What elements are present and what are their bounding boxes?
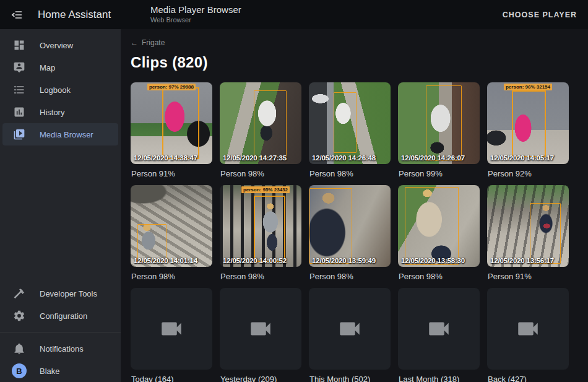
clip-thumbnail: 12/05/2020 13:59:49 [309,185,391,267]
video-icon [337,316,363,342]
view-dashboard-icon [12,38,26,52]
clip-timestamp: 12/05/2020 14:01:14 [134,257,197,264]
clip-timestamp: 12/05/2020 13:58:30 [401,257,465,264]
folder-card-today[interactable]: Today (164) [131,288,212,382]
sidebar-item-label: History [40,108,64,117]
sidebar-item-configuration[interactable]: Configuration [2,305,118,327]
sidebar-item-media-browser[interactable]: Media Browser [2,123,118,145]
clip-timestamp: 12/05/2020 14:00:52 [223,257,287,264]
sidebar-item-label: Map [40,63,55,72]
folder-thumbnail [309,288,391,370]
detection-box [254,90,287,157]
detection-box [512,90,546,157]
menu-toggle-icon [11,9,23,21]
detection-box [137,224,167,262]
choose-player-button[interactable]: CHOOSE PLAYER [503,11,588,19]
sidebar: Overview Map Logbook History [0,29,121,382]
clip-thumbnail: 12/05/2020 14:26:48 [309,82,391,164]
sidebar-item-logbook[interactable]: Logbook [2,79,118,101]
tooltip-account-icon [12,61,26,74]
sidebar-item-history[interactable]: History [2,101,118,123]
detection-box [254,196,285,262]
app-window: Home Assistant Media Player Browser Web … [0,0,588,382]
sidebar-spacer [0,145,121,282]
sidebar-item-label: Logbook [40,85,71,95]
media-player-title: Media Player Browser [150,4,241,15]
clip-timestamp: 12/05/2020 14:26:48 [312,154,376,162]
detection-label: person: 97% 29988 [147,84,196,90]
folder-thumbnail [398,288,480,370]
clip-thumbnail: 12/05/2020 14:26:07 [398,82,480,164]
page-title: Clips (820) [131,54,588,71]
folder-label: Back (427) [488,375,569,382]
detection-box [309,188,352,263]
sidebar-item-user[interactable]: B Blake [2,360,118,382]
clip-card[interactable]: person: 96% 32154 12/05/2020 14:05:17 Pe… [487,82,569,185]
user-name: Blake [40,367,60,376]
folder-label: Yesterday (209) [220,375,301,382]
clip-label: Person 98% [399,272,480,281]
clip-timestamp: 12/05/2020 13:59:49 [312,257,376,264]
folder-card-back[interactable]: Back (427) [487,288,569,382]
sidebar-item-notifications[interactable]: Notifications [2,337,118,360]
clip-label: Person 99% [399,169,480,178]
sidebar-divider [0,332,121,332]
detection-box [405,187,459,266]
sidebar-item-label: Developer Tools [40,289,97,298]
format-list-bulleted-icon [12,83,26,97]
detection-box [530,203,561,264]
clip-thumbnail: 12/05/2020 13:58:30 [398,185,480,267]
clip-timestamp: 12/05/2020 14:38:47 [134,154,197,162]
sidebar-item-developer-tools[interactable]: Developer Tools [2,282,118,305]
sidebar-toggle-button[interactable] [9,7,24,22]
top-bar: Home Assistant Media Player Browser Web … [0,0,588,29]
clip-label: Person 98% [220,272,301,281]
clip-card[interactable]: 12/05/2020 14:27:35 Person 98% [220,82,301,185]
hammer-icon [12,287,26,300]
detection-label: person: 95% 23432 [241,186,290,193]
folder-label: This Month (502) [309,375,391,382]
folder-thumbnail [220,288,301,370]
clip-thumbnail: 12/05/2020 14:01:14 [131,185,212,267]
clip-timestamp: 12/05/2020 14:27:35 [223,154,287,162]
clip-timestamp: 12/05/2020 14:05:17 [490,154,554,162]
clip-label: Person 91% [131,169,212,178]
detection-box [426,85,462,160]
back-arrow-icon: ← [131,38,138,47]
breadcrumb-back-frigate[interactable]: ← Frigate [131,38,165,47]
clip-thumbnail: person: 95% 23432 12/05/2020 14:00:52 [220,185,301,267]
topbar-left: Home Assistant [0,7,121,22]
clip-timestamp: 12/05/2020 13:56:17 [490,257,554,264]
clips-grid: person: 97% 29988 12/05/2020 14:38:47 Pe… [131,82,588,382]
clip-card[interactable]: person: 95% 23432 12/05/2020 14:00:52 Pe… [220,185,301,288]
app-title: Home Assistant [38,9,111,21]
folder-thumbnail [487,288,569,370]
clip-card[interactable]: 12/05/2020 14:01:14 Person 98% [131,185,212,288]
clip-card[interactable]: 12/05/2020 13:56:17 Person 91% [487,185,569,288]
sidebar-item-label: Notifications [40,344,84,354]
detection-label: person: 96% 32154 [504,84,552,90]
detection-box [162,87,199,159]
sidebar-item-map[interactable]: Map [2,56,118,79]
folder-card-this-month[interactable]: This Month (502) [309,288,391,382]
folder-card-yesterday[interactable]: Yesterday (209) [220,288,301,382]
sidebar-item-label: Overview [40,41,73,50]
folder-label: Last Month (318) [399,375,480,382]
play-box-multiple-icon [12,128,26,141]
clip-card[interactable]: 12/05/2020 14:26:07 Person 99% [398,82,480,185]
clip-card[interactable]: 12/05/2020 13:59:49 Person 98% [309,185,391,288]
video-icon [426,316,452,342]
clip-card[interactable]: 12/05/2020 13:58:30 Person 98% [398,185,480,288]
clip-label: Person 98% [131,272,212,281]
detection-box [334,92,357,153]
video-icon [158,316,184,342]
folder-card-last-month[interactable]: Last Month (318) [398,288,480,382]
clip-thumbnail: person: 96% 32154 12/05/2020 14:05:17 [487,82,569,164]
sidebar-item-overview[interactable]: Overview [2,34,118,56]
folder-thumbnail [131,288,212,370]
media-player-header: Media Player Browser Web Browser [150,4,241,24]
gear-icon [12,309,26,323]
clip-card[interactable]: 12/05/2020 14:26:48 Person 98% [309,82,391,185]
clip-card[interactable]: person: 97% 29988 12/05/2020 14:38:47 Pe… [131,82,212,185]
bell-icon [12,342,26,355]
